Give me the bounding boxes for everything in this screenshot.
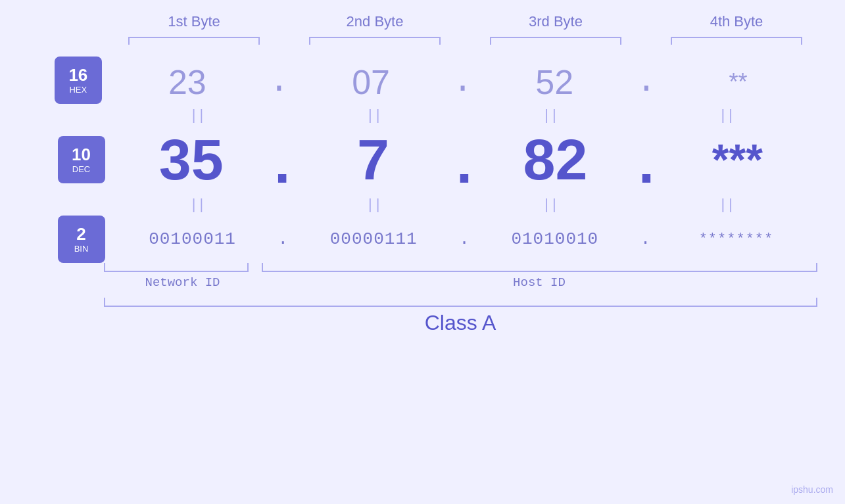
bin-dot-2: .	[459, 229, 470, 249]
bottom-content: Network ID Host ID Class A	[104, 263, 817, 335]
eq-cell-2-3: ||	[473, 196, 631, 213]
dec-badge-spacer: 10 DEC	[28, 136, 112, 183]
bin-cell-1: 00100011	[114, 229, 272, 249]
bracket-byte4	[671, 37, 802, 45]
bin-base-num: 2	[76, 225, 85, 244]
hex-base-name: HEX	[69, 85, 87, 95]
network-id-label: Network ID	[104, 275, 262, 290]
bin-dot-3: .	[640, 229, 651, 249]
dec-row-container: 10 DEC 35 . 7 . 82 . ***	[28, 126, 817, 193]
host-id-bracket	[262, 263, 817, 272]
byte1-header: 1st Byte	[115, 13, 273, 30]
bin-row-container: 2 BIN 00100011 . 00000111 . 01010010 . *…	[28, 216, 817, 263]
dec-val-4: ***	[712, 135, 763, 185]
byte-headers: 1st Byte 2nd Byte 3rd Byte 4th Byte	[104, 13, 827, 30]
bracket-byte3	[490, 37, 621, 45]
network-host-labels: Network ID Host ID	[104, 275, 817, 290]
bin-cell-2: 00000111	[295, 229, 452, 249]
bin-base-name: BIN	[74, 244, 89, 254]
eq-cell-2-1: ||	[120, 196, 278, 213]
bracket-byte2	[309, 37, 441, 45]
eq-spacer-1	[28, 104, 112, 126]
bin-val-2: 00000111	[330, 229, 418, 249]
eq-sign-2-1: ||	[192, 196, 207, 212]
hex-badge-spacer: 16 HEX	[28, 57, 109, 104]
top-brackets	[104, 37, 827, 45]
eq-cell-1-3: ||	[473, 106, 631, 124]
dec-dot-2: .	[456, 129, 472, 196]
byte3-header: 3rd Byte	[477, 13, 635, 30]
eq-sign-2-3: ||	[544, 196, 560, 212]
dec-cell-1: 35	[112, 126, 270, 193]
equals-row-2: || || || ||	[111, 196, 817, 213]
hex-cell-2: 07	[292, 62, 450, 102]
equals-row-1: || || || ||	[111, 106, 817, 124]
dec-dot-1: .	[274, 129, 290, 196]
byte4-header: 4th Byte	[658, 13, 815, 30]
eq-cell-1-2: ||	[297, 106, 455, 124]
eq-cell-1-1: ||	[120, 106, 278, 124]
eq-sign-2-2: ||	[368, 196, 383, 212]
eq-row-1: || || || ||	[28, 104, 817, 126]
dec-val-2: 7	[357, 126, 389, 193]
hex-dot-3: .	[636, 62, 656, 101]
bottom-section: Network ID Host ID Class A	[28, 263, 817, 335]
class-a-label: Class A	[104, 311, 817, 335]
hex-badge: 16 HEX	[55, 57, 102, 104]
hex-data-row: 23 . 07 . 52 . **	[109, 62, 817, 102]
eq-cell-2-4: ||	[650, 196, 808, 213]
hex-row-container: 16 HEX 23 . 07 . 52 . **	[28, 57, 817, 104]
hex-val-3: 52	[535, 62, 573, 102]
bin-dot-1: .	[278, 229, 289, 249]
hex-cell-1: 23	[109, 62, 266, 102]
hex-base-num: 16	[68, 66, 87, 85]
network-id-bracket	[104, 263, 249, 272]
host-id-label: Host ID	[262, 275, 817, 290]
bin-val-3: 01010010	[511, 229, 598, 249]
dec-data-row: 35 . 7 . 82 . ***	[112, 126, 817, 193]
hex-val-2: 07	[352, 62, 390, 102]
bracket-gap	[249, 263, 262, 272]
class-a-bracket	[104, 298, 817, 307]
bin-data-row: 00100011 . 00000111 . 01010010 . *******…	[112, 229, 817, 249]
bin-badge-spacer: 2 BIN	[28, 216, 112, 263]
eq-cell-2-2: ||	[297, 196, 455, 213]
eq-sign-1-4: ||	[721, 106, 736, 123]
hex-cell-4: **	[660, 68, 817, 96]
hex-cell-3: 52	[475, 62, 633, 102]
eq-row-2: || || || ||	[28, 193, 817, 216]
eq-sign-1-3: ||	[544, 106, 560, 123]
bracket-byte1	[128, 37, 260, 45]
dec-base-name: DEC	[72, 164, 90, 174]
dec-badge: 10 DEC	[58, 136, 105, 183]
bin-cell-4: ********	[657, 231, 815, 248]
dec-cell-4: ***	[658, 135, 816, 185]
hex-val-4: **	[729, 68, 747, 96]
bin-cell-3: 01010010	[476, 229, 634, 249]
hex-val-1: 23	[168, 62, 206, 102]
dec-val-3: 82	[523, 126, 587, 193]
bin-val-1: 00100011	[149, 229, 236, 249]
eq-spacer-2	[28, 193, 112, 216]
bin-val-4: ********	[699, 231, 774, 248]
hex-dot-1: .	[269, 62, 289, 101]
network-host-brackets	[104, 263, 817, 272]
dec-dot-3: .	[639, 129, 654, 196]
byte2-header: 2nd Byte	[296, 13, 454, 30]
page-container: 1st Byte 2nd Byte 3rd Byte 4th Byte 16 H…	[0, 0, 845, 504]
dec-cell-3: 82	[476, 126, 634, 193]
watermark: ipshu.com	[791, 484, 833, 495]
eq-sign-1-2: ||	[368, 106, 383, 123]
bin-badge: 2 BIN	[58, 216, 105, 263]
eq-sign-1-1: ||	[192, 106, 207, 123]
hex-dot-2: .	[452, 62, 473, 101]
dec-base-num: 10	[72, 145, 91, 164]
eq-sign-2-4: ||	[721, 196, 736, 212]
dec-cell-2: 7	[295, 126, 452, 193]
eq-cell-1-4: ||	[650, 106, 808, 124]
dec-val-1: 35	[159, 126, 224, 193]
